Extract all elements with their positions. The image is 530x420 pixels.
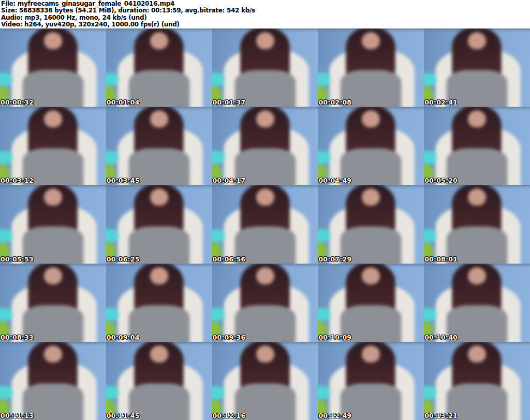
timestamp-overlay: 00:03:12: [1, 177, 34, 184]
thumbnail-placeholder-image: [212, 28, 318, 107]
cyan-pillow-shape: [0, 151, 12, 164]
cyan-pillow-shape: [106, 73, 119, 86]
timestamp-overlay: 00:09:04: [107, 334, 140, 341]
video-contact-sheet: File: myfreecams_ginasugar_female_041020…: [0, 0, 530, 420]
timestamp-overlay: 00:08:33: [1, 334, 34, 341]
video-thumbnail: 00:02:08: [318, 28, 424, 107]
video-thumbnail: 00:06:25: [106, 185, 212, 263]
video-thumbnail: 00:13:21: [424, 342, 530, 420]
timestamp-overlay: 00:07:29: [318, 255, 351, 263]
figure-head-shape: [256, 345, 274, 363]
figure-head-shape: [44, 110, 62, 128]
thumbnail-placeholder-image: [424, 342, 530, 420]
figure-head-shape: [468, 267, 486, 284]
cyan-pillow-shape: [424, 151, 436, 164]
thumbnail-placeholder-image: [106, 264, 212, 342]
timestamp-overlay: 00:05:53: [1, 255, 34, 263]
video-thumbnail: 00:02:41: [424, 28, 530, 107]
thumbnail-grid: 00:00:32 00:01:04 00:01:37: [0, 28, 530, 420]
video-info-line: Video: h264, yuv420p, 320x240, 1000.00 f…: [1, 21, 530, 28]
video-thumbnail: 00:12:16: [212, 342, 318, 420]
thumbnail-placeholder-image: [424, 107, 530, 185]
thumbnail-placeholder-image: [106, 185, 212, 263]
figure-head-shape: [362, 110, 380, 128]
thumbnail-placeholder-image: [424, 28, 530, 107]
thumbnail-placeholder-image: [106, 28, 212, 107]
figure-head-shape: [256, 189, 274, 206]
timestamp-overlay: 00:11:45: [107, 412, 140, 419]
cyan-pillow-shape: [212, 386, 225, 399]
video-thumbnail: 00:08:01: [424, 185, 530, 263]
timestamp-overlay: 00:02:41: [424, 98, 458, 106]
cyan-pillow-shape: [106, 308, 119, 321]
cyan-pillow-shape: [0, 73, 12, 86]
video-thumbnail: 00:03:12: [0, 107, 106, 185]
thumbnail-placeholder-image: [424, 185, 530, 263]
video-thumbnail: 00:01:37: [212, 28, 318, 107]
figure-head-shape: [150, 267, 168, 284]
timestamp-overlay: 00:05:20: [424, 177, 458, 184]
timestamp-overlay: 00:13:21: [424, 412, 458, 419]
audio-info-line: Audio: mp3, 16000 Hz, mono, 24 kb/s (und…: [1, 15, 530, 21]
figure-head-shape: [150, 345, 168, 363]
thumbnail-placeholder-image: [212, 342, 318, 420]
figure-head-shape: [362, 189, 380, 206]
cyan-pillow-shape: [212, 73, 225, 86]
video-thumbnail: 00:04:17: [212, 107, 318, 185]
video-thumbnail: 00:09:36: [212, 264, 318, 342]
figure-head-shape: [44, 32, 62, 50]
video-thumbnail: 00:11:45: [106, 342, 212, 420]
cyan-pillow-shape: [318, 386, 330, 399]
timestamp-overlay: 00:06:56: [213, 255, 246, 263]
video-thumbnail: 00:03:45: [106, 107, 212, 185]
media-info-header: File: myfreecams_ginasugar_female_041020…: [0, 0, 530, 28]
cyan-pillow-shape: [424, 229, 436, 243]
figure-head-shape: [468, 110, 486, 128]
timestamp-overlay: 00:04:49: [318, 177, 351, 184]
thumbnail-placeholder-image: [318, 28, 424, 107]
figure-head-shape: [468, 345, 486, 363]
thumbnail-placeholder-image: [0, 342, 106, 420]
thumbnail-placeholder-image: [0, 28, 106, 107]
cyan-pillow-shape: [0, 308, 12, 321]
thumbnail-placeholder-image: [212, 264, 318, 342]
thumbnail-placeholder-image: [0, 185, 106, 263]
cyan-pillow-shape: [106, 151, 119, 164]
timestamp-overlay: 00:00:32: [1, 98, 34, 106]
thumbnail-placeholder-image: [106, 107, 212, 185]
cyan-pillow-shape: [318, 151, 330, 164]
timestamp-overlay: 00:12:49: [318, 412, 351, 419]
figure-head-shape: [362, 345, 380, 363]
video-thumbnail: 00:01:04: [106, 28, 212, 107]
video-thumbnail: 00:06:56: [212, 185, 318, 263]
timestamp-overlay: 00:12:16: [213, 412, 246, 419]
timestamp-overlay: 00:01:04: [107, 98, 140, 106]
timestamp-overlay: 00:04:17: [213, 177, 246, 184]
video-thumbnail: 00:11:13: [0, 342, 106, 420]
figure-head-shape: [44, 267, 62, 284]
video-thumbnail: 00:10:40: [424, 264, 530, 342]
cyan-pillow-shape: [0, 386, 12, 399]
video-thumbnail: 00:04:49: [318, 107, 424, 185]
cyan-pillow-shape: [212, 308, 225, 321]
timestamp-overlay: 00:11:13: [1, 412, 34, 419]
video-thumbnail: 00:10:09: [318, 264, 424, 342]
figure-head-shape: [362, 32, 380, 50]
cyan-pillow-shape: [106, 386, 119, 399]
timestamp-overlay: 00:08:01: [424, 255, 458, 263]
thumbnail-placeholder-image: [212, 185, 318, 263]
thumbnail-placeholder-image: [212, 107, 318, 185]
cyan-pillow-shape: [424, 386, 436, 399]
video-thumbnail: 00:09:04: [106, 264, 212, 342]
cyan-pillow-shape: [318, 308, 330, 321]
figure-head-shape: [150, 110, 168, 128]
timestamp-overlay: 00:02:08: [318, 98, 351, 106]
figure-head-shape: [256, 267, 274, 284]
thumbnail-placeholder-image: [318, 185, 424, 263]
figure-head-shape: [256, 110, 274, 128]
timestamp-overlay: 00:09:36: [213, 334, 246, 341]
figure-head-shape: [362, 267, 380, 284]
thumbnail-placeholder-image: [318, 264, 424, 342]
cyan-pillow-shape: [424, 308, 436, 321]
timestamp-overlay: 00:10:09: [318, 334, 351, 341]
